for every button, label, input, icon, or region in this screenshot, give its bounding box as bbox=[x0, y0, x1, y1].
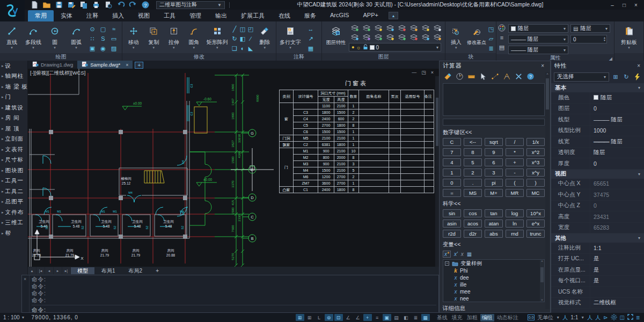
layer-state-dropdown[interactable]: ▤ 随层▾ bbox=[570, 24, 610, 33]
clipboard-button[interactable]: 剪贴板▾ bbox=[616, 23, 642, 53]
property-row-每个视口...[interactable]: 每个视口...是 bbox=[551, 276, 644, 287]
linetype-dropdown[interactable]: ———随层▾ bbox=[508, 35, 568, 43]
calc-key-sin[interactable]: sin bbox=[443, 209, 461, 217]
print-icon[interactable] bbox=[92, 1, 100, 9]
numpad-section-label[interactable]: 数字键区<< bbox=[443, 129, 545, 136]
selection-cycling-icon[interactable]: ◧ bbox=[402, 314, 411, 321]
copy-button[interactable]: 复制▾ bbox=[144, 23, 164, 53]
close-button[interactable]: × bbox=[630, 2, 642, 8]
new-layout-tab-button[interactable]: + bbox=[149, 267, 165, 274]
section-header-其他[interactable]: 其他▾ bbox=[551, 233, 644, 243]
calc-key-MS[interactable]: MS bbox=[464, 189, 482, 197]
property-row-线型比例[interactable]: 线型比例1000 bbox=[551, 126, 644, 137]
toggle-动态标注[interactable]: 动态标注 bbox=[495, 314, 520, 321]
calc-key-r2d[interactable]: r2d bbox=[443, 230, 461, 238]
calc-key-4[interactable]: 4 bbox=[443, 158, 461, 166]
annotation-scale-icon[interactable]: 人 bbox=[562, 314, 568, 321]
edit-variable-icon[interactable]: x′ bbox=[454, 251, 458, 257]
sidebar-item-文表符[interactable]: ▸文表符 bbox=[0, 144, 27, 155]
layer-unisolate-icon[interactable] bbox=[384, 24, 396, 33]
calc-key-9[interactable]: 9 bbox=[485, 148, 503, 156]
edit-block-icon[interactable]: ▱ bbox=[487, 34, 495, 43]
calc-key-8[interactable]: 8 bbox=[464, 148, 482, 156]
toggle-填充[interactable]: 填充 bbox=[450, 314, 464, 321]
calculator-close-icon[interactable]: × bbox=[541, 63, 545, 69]
calc-key-abs[interactable]: abs bbox=[485, 230, 503, 238]
transparency-icon[interactable]: ▣ bbox=[383, 314, 391, 321]
isolate-objects-icon[interactable]: ◫ bbox=[620, 314, 625, 320]
layer-translate-icon[interactable] bbox=[431, 33, 443, 42]
stretch-button[interactable]: 拉伸▾ bbox=[164, 23, 184, 53]
last-layout-icon[interactable]: ▸| bbox=[62, 267, 70, 274]
otrack-icon[interactable]: ∠ bbox=[354, 314, 362, 321]
edit-base-point-button[interactable]: 修改基点 bbox=[465, 23, 487, 53]
variable-row-nee[interactable]: xnee bbox=[445, 295, 539, 302]
fullscreen-icon[interactable] bbox=[627, 314, 633, 321]
menu-tab-输出[interactable]: 输出 bbox=[208, 10, 234, 21]
region-icon[interactable]: ▭ bbox=[108, 34, 119, 43]
layout-tab-布局1[interactable]: 布局1 bbox=[95, 267, 122, 274]
save-as-icon[interactable] bbox=[67, 1, 76, 9]
layer-match-icon[interactable] bbox=[431, 24, 443, 33]
doc-minimize-button[interactable]: — bbox=[412, 70, 416, 75]
toggle-基线[interactable]: 基线 bbox=[435, 314, 449, 321]
sidebar-item-工具一[interactable]: ▸工具一 bbox=[0, 176, 27, 187]
calc-key-x^3[interactable]: x^3 bbox=[526, 158, 545, 166]
dynamic-input-icon[interactable]: ▦ bbox=[421, 314, 430, 321]
calc-key-e^x[interactable]: e^x bbox=[526, 219, 545, 228]
section-header-视图[interactable]: 视图▾ bbox=[551, 170, 644, 179]
command-prompt[interactable]: 命令: bbox=[32, 305, 436, 312]
sidebar-item-工具二[interactable]: ▸工具二 bbox=[0, 186, 27, 197]
drawing-canvas[interactable]: [-][俯视][二维线框][WCS] — ◳ × bbox=[28, 69, 439, 267]
calc-key-)[interactable]: ) bbox=[526, 179, 545, 187]
menu-tab-管理[interactable]: 管理 bbox=[182, 10, 208, 21]
fillet-button[interactable]: 圆角▾ bbox=[184, 23, 204, 53]
explode-icon[interactable]: ❑ bbox=[231, 43, 239, 53]
undo-icon[interactable] bbox=[116, 1, 125, 9]
property-row-中心点 Z[interactable]: 中心点 Z0 bbox=[551, 201, 644, 212]
menu-tab-注释[interactable]: 注释 bbox=[79, 10, 105, 21]
calc-key-*[interactable]: * bbox=[506, 148, 524, 156]
maximize-button[interactable]: □ bbox=[618, 2, 630, 8]
canvas-scrollbar[interactable] bbox=[435, 76, 439, 267]
table-icon[interactable]: ▦ bbox=[303, 43, 318, 53]
sidebar-item-三维工[interactable]: ▸三维工 bbox=[0, 218, 27, 229]
menu-tab-视图[interactable]: 视图 bbox=[131, 10, 157, 21]
units-dropdown[interactable]: 无单位 bbox=[537, 314, 553, 321]
sidebar-item-建筑设[interactable]: ▸建筑设 bbox=[0, 103, 27, 113]
calc-key-7[interactable]: 7 bbox=[443, 148, 461, 156]
property-row-图层[interactable]: 图层0 bbox=[551, 104, 644, 115]
calc-key-ln[interactable]: ln bbox=[506, 219, 524, 228]
quick-props-icon[interactable]: ▤ bbox=[392, 314, 401, 321]
command-line-panel[interactable]: × 命令:命令:命令:命令:命令: bbox=[21, 275, 439, 313]
chamfer-icon[interactable]: ◣ bbox=[247, 43, 255, 53]
layer-isolate-icon[interactable] bbox=[372, 24, 384, 33]
scientific-section-label[interactable]: 科学<< bbox=[443, 200, 545, 208]
property-row-颜色[interactable]: 颜色随层 bbox=[551, 92, 644, 104]
erase-button[interactable]: 删除▾ bbox=[255, 23, 275, 53]
break-icon[interactable]: ∕ bbox=[247, 34, 255, 43]
layer-walk-icon[interactable] bbox=[372, 33, 384, 42]
calculator-scrollbar[interactable]: ˄ bbox=[545, 72, 550, 309]
calc-key-=[interactable]: = bbox=[443, 189, 461, 197]
calc-key-1[interactable]: 1 bbox=[443, 169, 461, 177]
history-icon[interactable] bbox=[455, 71, 465, 82]
polyline-button[interactable]: 多段线▾ bbox=[23, 23, 44, 53]
calc-key-3[interactable]: 3 bbox=[485, 169, 503, 177]
calc-key-1/x[interactable]: 1/x bbox=[526, 138, 545, 146]
insert-block-button[interactable]: 插入▾ bbox=[447, 23, 465, 53]
annotation-visibility-icon[interactable]: 人 bbox=[587, 314, 592, 321]
rect-array-button[interactable]: 矩形阵列▾ bbox=[204, 23, 230, 53]
calc-key-pi[interactable]: pi bbox=[485, 179, 503, 187]
lineweight-dropdown[interactable]: ———随层▾ bbox=[508, 46, 568, 54]
property-row-在原点显...[interactable]: 在原点显...是 bbox=[551, 265, 644, 276]
layer-on-icon[interactable] bbox=[361, 24, 372, 33]
calc-key-d2r[interactable]: d2r bbox=[464, 230, 482, 238]
property-row-注释比例[interactable]: 注释比例1:1 bbox=[551, 243, 644, 254]
sidebar-item-文件布[interactable]: ▸文件布 bbox=[0, 207, 27, 218]
annotation-scale-value[interactable]: 1:1 bbox=[570, 314, 578, 320]
property-row-UCS 名称[interactable]: UCS 名称 bbox=[551, 287, 644, 298]
menu-tab-服务[interactable]: 服务 bbox=[297, 10, 323, 21]
layer-merge-icon[interactable] bbox=[396, 33, 408, 42]
intersection-icon[interactable] bbox=[514, 71, 524, 82]
